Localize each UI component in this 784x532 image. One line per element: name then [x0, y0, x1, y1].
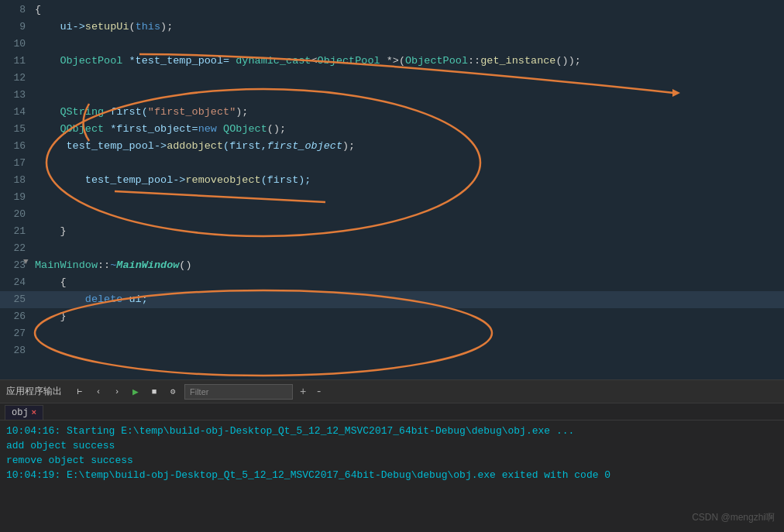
code-line: 21 } — [0, 223, 784, 240]
output-line: 10:04:19: E:\temp\build-obj-Desktop_Qt_5… — [6, 468, 778, 482]
line-number: 18 — [0, 172, 35, 189]
line-number: 14 — [0, 104, 35, 121]
line-content — [35, 240, 784, 257]
line-number: 26 — [0, 308, 35, 325]
code-line: 25 delete ui; — [0, 291, 784, 308]
toolbar-settings-button[interactable]: ⚙ — [166, 385, 180, 399]
tab-label: obj — [12, 407, 29, 418]
line-content: delete ui; — [35, 291, 784, 308]
filter-input[interactable] — [184, 384, 293, 400]
line-content — [35, 325, 784, 342]
output-line: 10:04:16: Starting E:\temp\build-obj-Des… — [6, 424, 778, 438]
line-content — [35, 342, 784, 359]
line-content: ui->setupUi(this); — [35, 19, 784, 36]
code-line: 28 — [0, 342, 784, 359]
line-content — [35, 189, 784, 206]
line-number: 9 — [0, 19, 35, 36]
line-content: MainWindow::~MainWindow() — [35, 257, 784, 274]
line-number: 11 — [0, 53, 35, 70]
code-line: 18 test_temp_pool->removeobject(first); — [0, 172, 784, 189]
line-number: 8 — [0, 2, 35, 19]
collapse-button[interactable]: - — [313, 386, 324, 398]
line-content: } — [35, 223, 784, 240]
code-line: 22 — [0, 240, 784, 257]
code-line: 24 { — [0, 274, 784, 291]
line-content: ObjectPool *test_temp_pool= dynamic_cast… — [35, 53, 784, 70]
tab-close-button[interactable]: × — [32, 408, 37, 417]
code-line: 20 — [0, 206, 784, 223]
output-line: add object success — [6, 438, 778, 453]
line-content — [35, 87, 784, 104]
line-number: 12 — [0, 70, 35, 87]
line-number: 19 — [0, 189, 35, 206]
code-line: 23MainWindow::~MainWindow() — [0, 257, 784, 274]
watermark: CSDN @mengzhi啊 — [692, 511, 775, 524]
toolbar-stop-button[interactable]: ■ — [147, 385, 161, 399]
line-content: test_temp_pool->addobject(first,first_ob… — [35, 138, 784, 155]
code-editor: 8{9 ui->setupUi(this);10 11 ObjectPool *… — [0, 0, 784, 379]
line-number: 13 — [0, 87, 35, 104]
code-line: 26 } — [0, 308, 784, 325]
line-number: 27 — [0, 325, 35, 342]
line-content — [35, 155, 784, 172]
toolbar-play-button[interactable]: ▶ — [129, 385, 143, 399]
line-number: 21 — [0, 223, 35, 240]
code-line: 12 — [0, 70, 784, 87]
output-line: remove object success — [6, 453, 778, 468]
code-line: 15 QObject *first_object=new QObject(); — [0, 121, 784, 138]
code-line: 27 — [0, 325, 784, 342]
line-number: 15 — [0, 121, 35, 138]
code-line: 11 ObjectPool *test_temp_pool= dynamic_c… — [0, 53, 784, 70]
code-line: 10 — [0, 36, 784, 53]
code-line: 19 — [0, 189, 784, 206]
output-panel: 应用程序输出 ⊢ ‹ › ▶ ■ ⚙ + - obj × 10:04:16: S… — [0, 379, 784, 532]
panel-title: 应用程序输出 — [6, 385, 62, 398]
output-tab-obj[interactable]: obj × — [5, 405, 43, 420]
line-number: 22 — [0, 240, 35, 257]
line-number: 23 — [0, 257, 35, 274]
line-number: 17 — [0, 155, 35, 172]
line-content: { — [35, 2, 784, 19]
toolbar-nav-next[interactable]: › — [110, 385, 124, 399]
line-content — [35, 206, 784, 223]
line-content: } — [35, 308, 784, 325]
line-number: 24 — [0, 274, 35, 291]
line-content — [35, 36, 784, 53]
line-content: QString first("first_object"); — [35, 104, 784, 121]
line-content: test_temp_pool->removeobject(first); — [35, 172, 784, 189]
code-line: 13 — [0, 87, 784, 104]
line-number: 10 — [0, 36, 35, 53]
expand-button[interactable]: + — [297, 386, 308, 398]
line-content: QObject *first_object=new QObject(); — [35, 121, 784, 138]
line-content — [35, 70, 784, 87]
line-number: 25 — [0, 291, 35, 308]
output-content: 10:04:16: Starting E:\temp\build-obj-Des… — [0, 420, 784, 532]
line-number: 16 — [0, 138, 35, 155]
tab-area: obj × — [0, 403, 784, 420]
toolbar-nav-prev[interactable]: ‹ — [91, 385, 105, 399]
code-line: 9 ui->setupUi(this); — [0, 19, 784, 36]
code-line: 8{ — [0, 2, 784, 19]
line-number: 20 — [0, 206, 35, 223]
code-line: 16 test_temp_pool->addobject(first,first… — [0, 138, 784, 155]
panel-toolbar: 应用程序输出 ⊢ ‹ › ▶ ■ ⚙ + - — [0, 380, 784, 403]
code-line: 14 QString first("first_object"); — [0, 104, 784, 121]
toolbar-nav-first[interactable]: ⊢ — [73, 385, 87, 399]
line-number: 28 — [0, 342, 35, 359]
line-content: { — [35, 274, 784, 291]
code-line: 17 — [0, 155, 784, 172]
